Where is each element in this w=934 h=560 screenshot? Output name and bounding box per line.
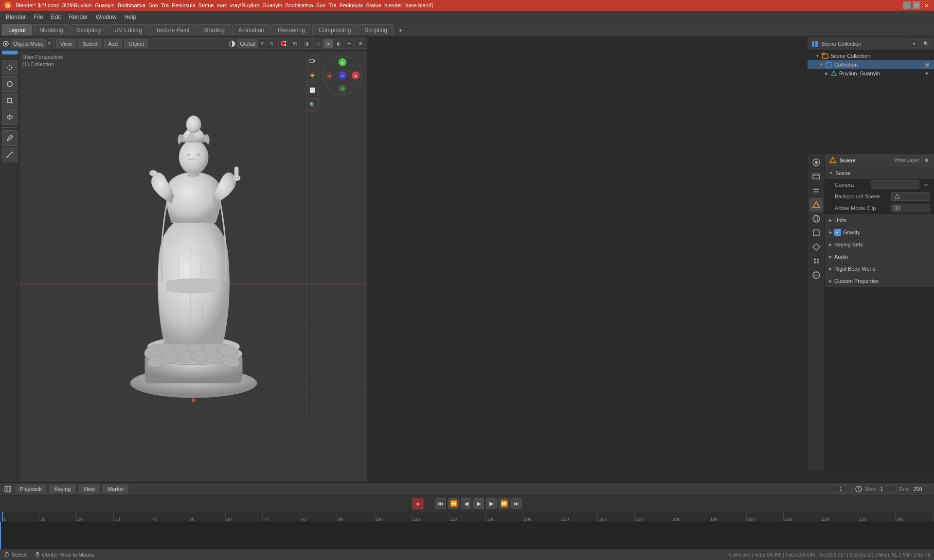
- view-zoom-btn[interactable]: 🔍: [306, 98, 319, 111]
- keying-sets-header[interactable]: ▶ Keying Sets: [825, 239, 934, 250]
- tl-view-menu[interactable]: View: [79, 485, 99, 493]
- menu-help[interactable]: Help: [120, 13, 140, 21]
- jump-end-btn[interactable]: ⏭: [511, 498, 522, 509]
- properties-icon-sidebar: [808, 154, 825, 471]
- tool-annotate[interactable]: [2, 130, 18, 146]
- playback-menu[interactable]: Playback: [16, 485, 46, 493]
- material-mode-btn[interactable]: ◐: [334, 39, 343, 49]
- scene-props-btn[interactable]: [809, 198, 823, 211]
- output-props-btn[interactable]: [809, 170, 823, 183]
- camera-view-btn[interactable]: [306, 54, 319, 67]
- minimize-button[interactable]: —: [903, 1, 911, 9]
- tab-rendering[interactable]: Rendering: [271, 24, 311, 35]
- tab-scripting[interactable]: Scripting: [358, 24, 394, 35]
- tab-shading[interactable]: Shading: [197, 24, 231, 35]
- current-frame-input[interactable]: 1: [828, 485, 853, 493]
- light-view-btn[interactable]: [306, 69, 319, 82]
- menu-blender[interactable]: Blender: [2, 13, 30, 21]
- tool-transform[interactable]: [2, 109, 18, 125]
- next-keyframe-btn[interactable]: ⏩: [499, 498, 509, 509]
- tool-scale[interactable]: [2, 93, 18, 108]
- outliner-item-ruyilun[interactable]: ▶ Ruyilun_Guanyin: [808, 69, 934, 78]
- prev-frame-btn[interactable]: ◀: [461, 498, 471, 509]
- scene-collection-icon: [822, 52, 828, 59]
- global-transform-label[interactable]: Global: [237, 39, 258, 48]
- play-btn[interactable]: ▶: [473, 498, 484, 509]
- record-btn[interactable]: ⏺: [412, 498, 424, 509]
- select-menu[interactable]: Select: [78, 39, 102, 48]
- custom-props-header[interactable]: ▶ Custom Properties: [825, 275, 934, 287]
- keying-menu[interactable]: Keying: [50, 485, 75, 493]
- props-options-btn[interactable]: ⚙: [922, 157, 930, 164]
- tab-animation[interactable]: Animation: [232, 24, 270, 35]
- next-frame-btn[interactable]: ▶: [486, 498, 497, 509]
- audio-section-header[interactable]: ▶ Audio: [825, 251, 934, 262]
- audio-expand: ▶: [829, 254, 832, 259]
- camera-value[interactable]: [871, 180, 919, 189]
- particles-props-btn[interactable]: [809, 254, 823, 268]
- proportional-edit-btn[interactable]: ⊙: [267, 39, 276, 49]
- 3d-viewport[interactable]: User Perspective (1) Collection ⬜ 🔍 X -X…: [19, 51, 367, 482]
- outliner-filter-btn[interactable]: ▼: [910, 39, 918, 48]
- svg-text:B: B: [6, 4, 9, 8]
- tab-texture-paint[interactable]: Texture Paint: [149, 24, 196, 35]
- tab-sculpting[interactable]: Sculpting: [71, 24, 107, 35]
- svg-marker-12: [9, 114, 11, 120]
- add-workspace-button[interactable]: +: [395, 24, 406, 36]
- properties-content: Scene View Layer ⚙ ▼ Scene Camera ✏: [825, 154, 934, 471]
- snap-btn[interactable]: 🧲: [278, 39, 288, 49]
- wireframe-mode-btn[interactable]: ⬡: [313, 39, 323, 49]
- gravity-section-header[interactable]: ▶ ✓ Gravity: [825, 227, 934, 238]
- collection-visibility-icon[interactable]: [923, 61, 930, 68]
- rigid-body-world-header[interactable]: ▶ Rigid Body World: [825, 263, 934, 275]
- modifier-props-btn[interactable]: [809, 240, 823, 254]
- menu-render[interactable]: Render: [65, 13, 91, 21]
- marker-menu[interactable]: Marker: [103, 485, 128, 493]
- render-props-btn[interactable]: [809, 156, 823, 169]
- view-layer-props-btn[interactable]: [809, 184, 823, 197]
- rendered-mode-btn[interactable]: ☀: [344, 39, 354, 49]
- prev-keyframe-btn[interactable]: ⏪: [448, 498, 459, 509]
- object-props-btn[interactable]: [809, 226, 823, 240]
- solid-mode-btn[interactable]: ●: [323, 39, 333, 49]
- view-select-btn[interactable]: ⬜: [306, 84, 319, 96]
- view-menu[interactable]: View: [56, 39, 76, 48]
- jump-start-btn[interactable]: ⏮: [435, 498, 446, 509]
- tool-move[interactable]: [2, 60, 18, 75]
- gizmo-toggle-btn[interactable]: ⊕: [356, 39, 365, 49]
- tab-uv-editing[interactable]: UV Editing: [108, 24, 148, 35]
- menu-edit[interactable]: Edit: [47, 13, 65, 21]
- active-movie-clip-value[interactable]: [891, 204, 930, 212]
- outliner-item-collection[interactable]: ▼ Collection: [808, 60, 934, 69]
- tab-modeling[interactable]: Modeling: [33, 24, 70, 35]
- menu-file[interactable]: File: [30, 13, 47, 21]
- ruyilun-visibility-icon[interactable]: [923, 70, 930, 77]
- start-frame-input[interactable]: 1: [878, 485, 897, 493]
- object-menu[interactable]: Object: [124, 39, 148, 48]
- svg-line-9: [12, 98, 13, 99]
- units-section-header[interactable]: ▶ Units: [825, 214, 934, 226]
- svg-text:-Y: -Y: [341, 88, 344, 91]
- end-frame-input[interactable]: 250: [911, 485, 930, 493]
- maximize-button[interactable]: □: [913, 1, 920, 9]
- outliner-item-scene-collection[interactable]: ▼ Scene Collection: [808, 52, 934, 60]
- background-scene-value[interactable]: [891, 192, 930, 201]
- tab-layout[interactable]: Layout: [2, 24, 32, 35]
- xray-btn[interactable]: ◑: [302, 39, 311, 49]
- gravity-checkbox[interactable]: ✓: [834, 229, 841, 236]
- timeline-keyframes[interactable]: [0, 522, 934, 549]
- camera-edit-icon[interactable]: ✏: [922, 181, 930, 189]
- tab-compositing[interactable]: Compositing: [312, 24, 358, 35]
- overlay-btn[interactable]: ⊞: [290, 39, 300, 49]
- add-menu[interactable]: Add: [104, 39, 123, 48]
- outliner-search-btn[interactable]: 🔍: [921, 39, 930, 48]
- close-button[interactable]: ✕: [922, 1, 930, 9]
- navigation-gizmo[interactable]: X -X Y -Y Z: [321, 53, 364, 99]
- menu-window[interactable]: Window: [92, 13, 121, 21]
- physics-props-btn[interactable]: [809, 268, 823, 282]
- tool-rotate[interactable]: [2, 76, 18, 92]
- scene-section-header[interactable]: ▼ Scene: [825, 167, 934, 179]
- world-props-btn[interactable]: [809, 212, 823, 226]
- object-mode-label[interactable]: Object Mode: [11, 39, 46, 48]
- tool-measure[interactable]: [2, 147, 18, 162]
